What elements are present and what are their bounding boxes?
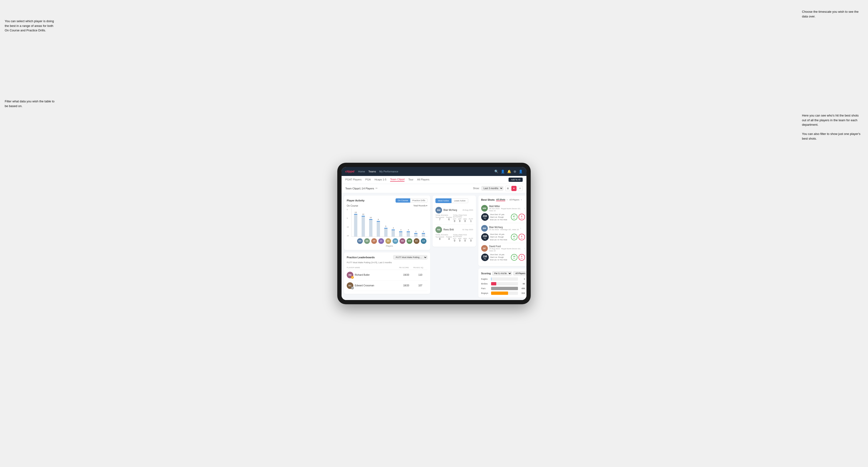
player-avatars: BMBBDFJCEEGBRBMMECLR xyxy=(351,237,427,244)
scoring-bar-wrap-0 xyxy=(491,277,518,281)
scoring-row-3: Bogeys 315 xyxy=(481,291,525,295)
nav-home[interactable]: Home xyxy=(358,170,365,173)
shot-player-info-0: Matt Miller 09 Jun 2023 · Royal North De… xyxy=(489,205,523,212)
bar-0[interactable] xyxy=(354,214,357,236)
scoring-label-3: Bogeys xyxy=(481,292,490,294)
subnav-team-clippd[interactable]: Team Clippd xyxy=(390,178,404,182)
scoring-bar-1 xyxy=(491,282,496,285)
stat-practice-1: Total Practice Activities GTT 0 APP 0 AR… xyxy=(453,234,473,242)
scoring-bar-wrap-2 xyxy=(491,287,518,290)
subnav-tour[interactable]: Tour xyxy=(408,178,413,181)
player-info-1: EC 2 Edward Crossman xyxy=(347,282,399,289)
shot-player-row-1: BM Blair McHarg 23 Jul 2023 · Ashridge G… xyxy=(481,225,525,231)
card-view-icon[interactable]: ♥ xyxy=(512,186,517,191)
least-active-tab[interactable]: Least Active xyxy=(452,198,468,203)
shot-info-0: Shot Dist: 67 ydsStart Lie: RoughEnd Lie… xyxy=(490,213,509,221)
shot-chevron-2[interactable]: › xyxy=(524,247,525,250)
shot-entry-2[interactable]: DF David Ford 24 Aug 2023 · Royal North … xyxy=(481,243,525,263)
bar-2[interactable] xyxy=(369,219,372,236)
all-players-tab[interactable]: All Players xyxy=(509,198,519,201)
bar-5[interactable] xyxy=(392,229,395,236)
shot-player-name-2: David Ford xyxy=(489,245,523,248)
bar-chart-area: 13 12 10 9 5 4 3 3 xyxy=(351,209,427,247)
stat-rounds-0: Total Rounds Tournament 7 Practice 6 xyxy=(435,214,452,222)
top-nav: clippd Home Teams My Performance 🔍 👤 🔔 ⊕… xyxy=(342,167,526,176)
scoring-card: Scoring Par 3, 4 & 5s All Players Eagles… xyxy=(478,269,526,298)
best-shots-card: Best Shots All Shots ▾ All Players ▾ MM … xyxy=(478,195,526,266)
bar-group-9: 2 xyxy=(420,230,427,237)
bar-group-2: 10 xyxy=(368,217,374,236)
scoring-filter1[interactable]: Par 3, 4 & 5s xyxy=(492,271,512,276)
shot-meta-2: 24 Aug 2023 · Royal North Devon GC, Hole… xyxy=(489,248,523,252)
bar-group-0: 13 xyxy=(352,211,359,236)
chart-dropdown[interactable]: Total Rounds xyxy=(413,205,426,207)
scoring-row-0: Eagles 3 xyxy=(481,277,525,281)
scoring-bar-0 xyxy=(491,277,491,281)
player-badge-0: 1 xyxy=(351,276,354,279)
users-icon[interactable]: 👤 xyxy=(501,169,505,173)
bell-icon[interactable]: 🔔 xyxy=(507,169,511,173)
practice-rows: RB 1 Richard Butler 19/20 110 EC 2 Edwar… xyxy=(347,270,427,291)
bar-9[interactable] xyxy=(422,233,425,237)
practice-subtitle: PUTT Must Make Putting (3-6 ft), Last 3 … xyxy=(347,261,427,264)
most-active-tab[interactable]: Most Active xyxy=(435,198,452,203)
bar-6[interactable] xyxy=(399,231,402,237)
scoring-count-0: 3 xyxy=(519,278,525,280)
col-player-name: Player Name xyxy=(347,267,399,269)
bar-8[interactable] xyxy=(414,233,417,237)
nav-links: Home Teams My Performance xyxy=(358,170,398,173)
bar-7[interactable] xyxy=(407,231,410,237)
scoring-filter2[interactable]: All Players xyxy=(513,271,526,276)
practice-dropdown[interactable]: PUTT Must Make Putting ... xyxy=(393,255,427,259)
annotation-top-right: Choose the timescale you wish to see the… xyxy=(802,9,863,19)
shot-entry-1[interactable]: BM Blair McHarg 23 Jul 2023 · Ashridge G… xyxy=(481,223,525,243)
add-icon[interactable]: ⊕ xyxy=(514,169,516,173)
show-select[interactable]: Last 3 months Last 6 months Last year xyxy=(482,186,503,191)
edit-icon[interactable]: ✏ xyxy=(375,187,378,190)
search-icon[interactable]: 🔍 xyxy=(494,169,498,173)
nav-my-performance[interactable]: My Performance xyxy=(379,170,398,173)
bar-4[interactable] xyxy=(384,228,388,237)
shot-badge-2: 198 SQ xyxy=(481,253,489,261)
scoring-bar-wrap-1 xyxy=(491,282,518,285)
player-name-0: Richard Butler xyxy=(355,274,370,276)
bar-chart-wrapper: 15 10 5 0 13 12 10 xyxy=(347,209,427,247)
subnav-pgat[interactable]: PGAT Players xyxy=(345,178,362,181)
practice-drills-btn[interactable]: Practice Drills xyxy=(410,198,427,203)
shot-entry-0[interactable]: MM Matt Miller 09 Jun 2023 · Royal North… xyxy=(481,203,525,223)
shot-metrics-1: 43 yds 0 yds xyxy=(511,234,525,240)
nav-teams[interactable]: Teams xyxy=(368,170,376,173)
subnav-pga[interactable]: PGA xyxy=(365,178,371,181)
player-name-1: Edward Crossman xyxy=(355,284,374,287)
left-panel: Player Activity On Course Practice Drill… xyxy=(344,195,430,298)
bar-group-8: 2 xyxy=(413,230,419,237)
all-shots-tab[interactable]: All Shots xyxy=(496,198,505,201)
shot-chevron-1[interactable]: › xyxy=(520,227,521,230)
practice-row-0: RB 1 Richard Butler 19/20 110 xyxy=(347,270,427,280)
best-shots-header: Best Shots All Shots ▾ All Players ▾ xyxy=(481,198,525,201)
list-view-icon[interactable]: ≡ xyxy=(518,186,523,191)
player-avatar-8: EC xyxy=(414,238,420,244)
activity-entry-0: BM Blair McHarg 26 Aug 2023 Total Rounds… xyxy=(435,205,473,224)
player-info-0: RB 1 Richard Butler xyxy=(347,272,399,278)
shot-avatar-1: BM xyxy=(481,225,488,231)
add-to-all-button[interactable]: Add To All xyxy=(508,178,523,182)
subnav-hcaps[interactable]: Hcaps 1-5 xyxy=(375,178,386,181)
subnav-all-players[interactable]: All Players xyxy=(417,178,430,181)
col-pb-score: PB Score xyxy=(399,267,413,269)
annotation-bot-right: Here you can see who's hit the best shot… xyxy=(802,113,863,141)
shot-chevron-0[interactable]: › xyxy=(524,207,525,210)
activity-card: Most Active Least Active BM Blair McHarg… xyxy=(433,195,476,247)
annotation-mid-left: Filter what data you wish the table to b… xyxy=(5,99,57,108)
on-course-btn[interactable]: On Course xyxy=(396,198,410,203)
bar-group-3: 9 xyxy=(375,218,381,237)
bar-1[interactable] xyxy=(362,216,365,237)
bar-3[interactable] xyxy=(377,221,380,237)
grid-view-icon[interactable]: ⊞ xyxy=(505,186,510,191)
shot-metrics-2: 16 yds 0 yds xyxy=(511,254,525,261)
profile-icon[interactable]: 👤 xyxy=(519,169,523,173)
shot-meta-0: 09 Jun 2023 · Royal North Devon GC, Hole… xyxy=(489,208,523,212)
bar-group-5: 4 xyxy=(390,227,397,236)
shot-info-2: Shot Dist: 16 ydsStart Lie: RoughEnd Lie… xyxy=(490,253,509,261)
player-avatar-sm-0: RB 1 xyxy=(347,272,353,278)
